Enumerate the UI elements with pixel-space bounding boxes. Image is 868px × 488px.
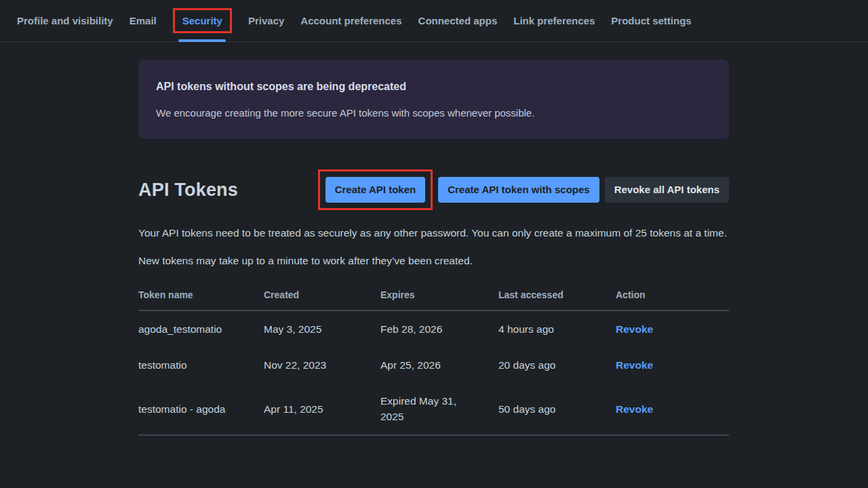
created-cell: Nov 22, 2023 <box>264 347 380 383</box>
tab-security[interactable]: Security <box>173 0 232 41</box>
last-accessed-cell: 50 days ago <box>498 383 616 435</box>
created-cell: Apr 11, 2025 <box>264 383 380 435</box>
revoke-link[interactable]: Revoke <box>616 359 653 371</box>
api-token-actions: Create API token Create API token with s… <box>318 169 729 210</box>
table-row: agoda_testomatio May 3, 2025 Feb 28, 202… <box>138 310 729 347</box>
tab-product-settings[interactable]: Product settings <box>611 0 691 41</box>
banner-message: We encourage creating the more secure AP… <box>156 107 711 119</box>
tab-label: Privacy <box>248 15 284 26</box>
last-accessed-cell: 20 days ago <box>498 347 616 383</box>
last-accessed-cell: 4 hours ago <box>498 310 616 347</box>
created-cell: May 3, 2025 <box>264 310 380 347</box>
tab-label: Profile and visibility <box>17 15 113 26</box>
active-tab-underline <box>178 39 226 42</box>
table-row: testomatio - agoda Apr 11, 2025 Expired … <box>138 383 729 435</box>
expires-cell: Expired May 31, 2025 <box>380 383 498 435</box>
column-header-created: Created <box>264 289 380 310</box>
tab-label: Account preferences <box>300 15 401 26</box>
tab-link-preferences[interactable]: Link preferences <box>513 0 595 41</box>
annotation-box-create-api-token: Create API token <box>318 169 433 210</box>
tab-label: Product settings <box>611 15 691 26</box>
revoke-all-api-tokens-button[interactable]: Revoke all API tokens <box>605 177 729 203</box>
tab-label: Security <box>182 15 222 26</box>
tab-label: Email <box>130 15 157 26</box>
tab-label: Connected apps <box>418 15 498 26</box>
expires-value: Apr 25, 2026 <box>380 357 469 373</box>
tab-privacy[interactable]: Privacy <box>248 0 284 41</box>
api-tokens-table: Token name Created Expires Last accessed… <box>138 289 729 436</box>
tab-profile-and-visibility[interactable]: Profile and visibility <box>17 0 113 41</box>
revoke-link[interactable]: Revoke <box>616 403 653 415</box>
column-header-expires: Expires <box>380 289 498 310</box>
banner-title: API tokens without scopes are being depr… <box>156 81 711 93</box>
action-cell: Revoke <box>616 310 729 347</box>
tab-label: Link preferences <box>513 15 595 26</box>
tab-account-preferences[interactable]: Account preferences <box>300 0 401 41</box>
expires-value: Expired May 31, 2025 <box>380 393 469 424</box>
security-settings-content: API tokens without scopes are being depr… <box>138 42 729 436</box>
create-api-token-with-scopes-button[interactable]: Create API token with scopes <box>438 177 599 203</box>
expires-cell: Apr 25, 2026 <box>380 347 498 383</box>
annotation-box-security: Security <box>173 8 232 33</box>
table-row: testomatio Nov 22, 2023 Apr 25, 2026 20 … <box>138 347 729 383</box>
action-cell: Revoke <box>616 383 729 435</box>
column-header-action: Action <box>616 289 729 310</box>
api-tokens-note: New tokens may take up to a minute to wo… <box>138 253 729 269</box>
create-api-token-button[interactable]: Create API token <box>326 177 425 203</box>
deprecation-banner: API tokens without scopes are being depr… <box>138 60 729 139</box>
action-cell: Revoke <box>616 347 729 383</box>
api-tokens-description: Your API tokens need to be treated as se… <box>138 225 729 241</box>
api-tokens-header: API Tokens Create API token Create API t… <box>138 169 729 210</box>
settings-tab-bar: Profile and visibility Email Security Pr… <box>0 0 868 42</box>
expires-cell: Feb 28, 2026 <box>380 310 498 347</box>
token-name-cell: testomatio <box>138 347 264 383</box>
token-name-cell: agoda_testomatio <box>138 310 264 347</box>
tab-connected-apps[interactable]: Connected apps <box>418 0 498 41</box>
token-name-cell: testomatio - agoda <box>138 383 264 435</box>
column-header-token-name: Token name <box>138 289 264 310</box>
column-header-last-accessed: Last accessed <box>498 289 616 310</box>
expires-value: Feb 28, 2026 <box>380 321 469 337</box>
revoke-link[interactable]: Revoke <box>616 323 653 335</box>
tab-email[interactable]: Email <box>130 0 157 41</box>
table-header-row: Token name Created Expires Last accessed… <box>138 289 729 310</box>
page-title: API Tokens <box>138 180 238 201</box>
